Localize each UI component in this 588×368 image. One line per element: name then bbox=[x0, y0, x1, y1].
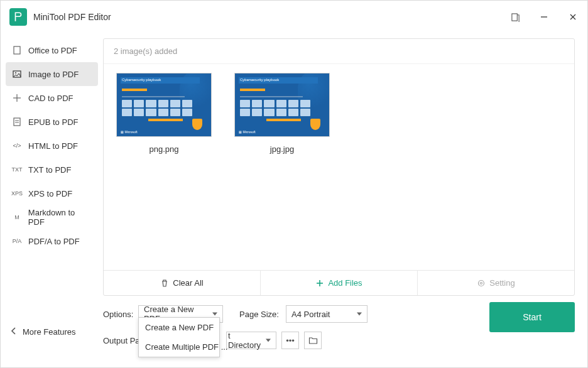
options-menu-item[interactable]: Create a New PDF bbox=[139, 318, 219, 337]
xps-icon: XPS bbox=[11, 187, 23, 200]
thumbnail-filename: jpg.jpg bbox=[270, 144, 294, 154]
browse-folder-button[interactable] bbox=[304, 332, 322, 349]
svg-point-15 bbox=[481, 282, 482, 284]
page-size-select[interactable]: A4 Portrait bbox=[286, 305, 368, 323]
svg-rect-9 bbox=[14, 118, 20, 126]
setting-button[interactable]: Setting bbox=[418, 271, 574, 295]
thumbnail-item[interactable]: Cybersecurity playbook ▦ Microsoft png.p… bbox=[116, 73, 212, 154]
sidebar-item-label: HTML to PDF bbox=[28, 141, 78, 151]
folder-icon bbox=[308, 336, 318, 345]
start-button[interactable]: Start bbox=[489, 302, 575, 332]
html-icon: </> bbox=[11, 139, 23, 152]
clear-all-button[interactable]: Clear All bbox=[104, 271, 260, 295]
window-extra-icon[interactable] bbox=[501, 1, 530, 33]
pdfa-icon: P/A bbox=[11, 235, 23, 247]
plus-icon bbox=[315, 279, 324, 288]
ellipsis-icon: ••• bbox=[286, 336, 295, 345]
sidebar-item-label: EPUB to PDF bbox=[28, 117, 78, 127]
txt-icon: TXT bbox=[11, 163, 23, 176]
sidebar-item-markdown-to-pdf[interactable]: MMarkdown to PDF bbox=[6, 205, 98, 229]
more-features-button[interactable]: More Features bbox=[6, 327, 98, 337]
thumbnail-preview: Cybersecurity playbook ▦ Microsoft bbox=[116, 73, 212, 137]
file-panel: 2 image(s) added Cybersecurity playbook … bbox=[103, 38, 575, 296]
thumbnail-preview: Cybersecurity playbook ▦ Microsoft bbox=[234, 73, 330, 137]
sidebar-item-label: CAD to PDF bbox=[28, 94, 74, 103]
close-button[interactable] bbox=[558, 1, 587, 33]
svg-point-14 bbox=[479, 280, 484, 286]
thumbnail-filename: png.png bbox=[150, 144, 179, 154]
sidebar-item-label: PDF/A to PDF bbox=[28, 237, 80, 246]
sidebar-item-txt-to-pdf[interactable]: TXTTXT to PDF bbox=[6, 158, 98, 181]
sidebar-item-epub-to-pdf[interactable]: EPUB to PDF bbox=[6, 110, 98, 134]
sidebar-item-label: Markdown to PDF bbox=[28, 208, 93, 227]
sidebar-item-label: XPS to PDF bbox=[28, 189, 72, 198]
app-logo bbox=[9, 8, 27, 26]
panel-count-text: 2 image(s) added bbox=[104, 39, 574, 64]
output-path-select[interactable]: t Directory bbox=[226, 332, 276, 349]
options-dropdown: Create a New PDF Create Multiple PDF ... bbox=[138, 317, 220, 357]
more-features-label: More Features bbox=[23, 327, 76, 337]
svg-point-6 bbox=[15, 72, 16, 73]
sidebar-item-label: Image to PDF bbox=[28, 70, 79, 79]
svg-rect-4 bbox=[14, 46, 20, 54]
options-menu-item[interactable]: Create Multiple PDF ... bbox=[139, 337, 219, 357]
chevron-left-icon bbox=[11, 327, 16, 337]
trash-icon bbox=[160, 279, 169, 288]
thumbnail-item[interactable]: Cybersecurity playbook ▦ Microsoft jpg.j… bbox=[234, 73, 330, 154]
options-label: Options: bbox=[103, 310, 138, 319]
sidebar-item-xps-to-pdf[interactable]: XPSXPS to PDF bbox=[6, 181, 98, 205]
add-files-button[interactable]: Add Files bbox=[260, 271, 418, 295]
sidebar-item-cad-to-pdf[interactable]: CAD to PDF bbox=[6, 86, 98, 110]
cad-icon bbox=[11, 92, 23, 104]
markdown-icon: M bbox=[11, 211, 23, 224]
sidebar-item-pdfa-to-pdf[interactable]: P/APDF/A to PDF bbox=[6, 229, 98, 253]
sidebar-item-html-to-pdf[interactable]: </>HTML to PDF bbox=[6, 134, 98, 158]
minimize-button[interactable] bbox=[530, 1, 558, 33]
office-icon bbox=[11, 44, 23, 57]
page-size-label: Page Size: bbox=[239, 310, 281, 319]
sidebar-item-office-to-pdf[interactable]: Office to PDF bbox=[6, 38, 98, 62]
sidebar-item-label: Office to PDF bbox=[28, 46, 77, 55]
more-button[interactable]: ••• bbox=[281, 332, 299, 349]
image-icon bbox=[11, 68, 23, 80]
gear-icon bbox=[477, 279, 486, 288]
app-title: MiniTool PDF Editor bbox=[33, 12, 111, 22]
epub-icon bbox=[11, 116, 23, 128]
svg-rect-0 bbox=[511, 13, 516, 20]
sidebar-item-label: TXT to PDF bbox=[28, 165, 71, 175]
sidebar-item-image-to-pdf[interactable]: Image to PDF bbox=[6, 62, 98, 86]
